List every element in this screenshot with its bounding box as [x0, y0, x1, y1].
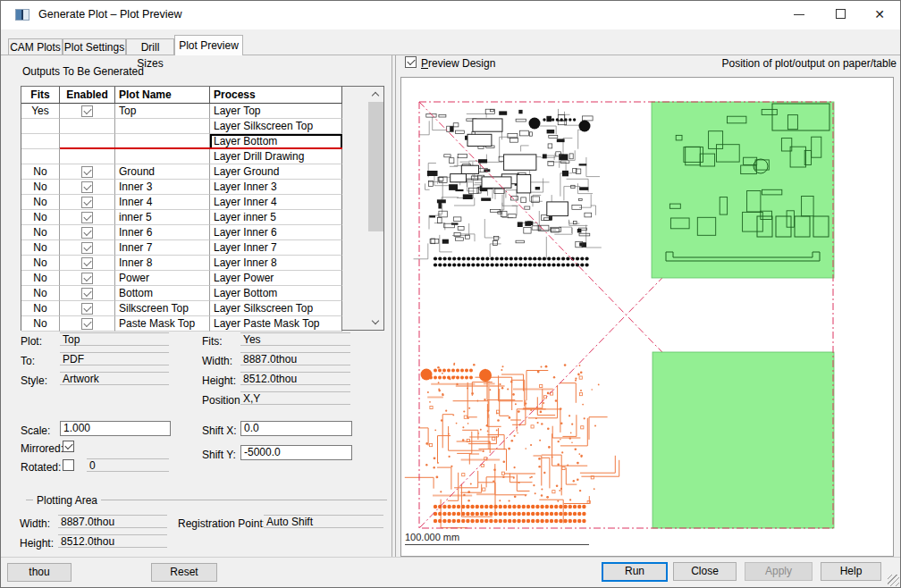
- height-field[interactable]: 8512.0thou: [240, 372, 350, 385]
- run-button[interactable]: Run: [602, 562, 668, 582]
- shift-x-field[interactable]: 0.0: [240, 421, 352, 436]
- tab-plot-settings[interactable]: Plot Settings: [63, 38, 126, 55]
- cell-fits: No: [21, 164, 60, 180]
- enabled-checkbox[interactable]: [81, 303, 93, 315]
- shift-x-label: Shift X:: [202, 424, 237, 437]
- rotation-field[interactable]: 0: [87, 458, 169, 472]
- tab-plot-preview[interactable]: Plot Preview: [174, 35, 243, 55]
- table-row[interactable]: NoInner 6Layer Inner 6: [21, 225, 342, 240]
- apply-button: Apply: [745, 562, 813, 581]
- cell-fits: No: [21, 210, 60, 225]
- enabled-checkbox[interactable]: [81, 227, 93, 239]
- cell-fits: No: [21, 256, 60, 271]
- enabled-checkbox[interactable]: [81, 166, 93, 178]
- shift-y-label: Shift Y:: [202, 449, 236, 461]
- cell-plot-name: Inner 7: [115, 240, 210, 256]
- app-icon: [15, 9, 29, 21]
- board-top-silkscreen: [414, 109, 602, 267]
- style-label: Style:: [21, 374, 47, 387]
- enabled-checkbox[interactable]: [81, 197, 93, 208]
- mirrored-checkbox[interactable]: [63, 441, 74, 452]
- plot-label: Plot:: [21, 335, 42, 348]
- pa-width-label: Width:: [20, 517, 50, 530]
- width-field[interactable]: 8887.0thou: [240, 352, 350, 365]
- resize-grip[interactable]: [888, 575, 899, 586]
- units-button[interactable]: thou: [7, 563, 72, 582]
- panel-splitter[interactable]: [395, 55, 396, 557]
- outputs-table[interactable]: FitsEnabledPlot NameProcessYesTopLayer T…: [21, 86, 384, 331]
- table-row[interactable]: NoInner 7Layer Inner 7: [21, 240, 342, 256]
- scrollbar-thumb[interactable]: [368, 102, 383, 231]
- plot-field[interactable]: Top: [60, 332, 169, 346]
- scale-label: Scale:: [21, 424, 50, 437]
- scroll-up-button[interactable]: [368, 87, 383, 102]
- column-header-plot-name[interactable]: Plot Name: [115, 87, 210, 104]
- pa-height-field[interactable]: 8512.0thou: [58, 534, 167, 548]
- column-header-enabled[interactable]: Enabled: [60, 87, 115, 104]
- help-button[interactable]: Help: [821, 562, 881, 581]
- enabled-checkbox[interactable]: [81, 242, 93, 254]
- table-row[interactable]: NoBottomLayer Bottom: [21, 286, 342, 301]
- cell-process: Layer Silkscreen Top: [210, 301, 342, 316]
- minimize-icon: [794, 14, 804, 15]
- enabled-checkbox[interactable]: [81, 288, 93, 299]
- registration-point-field[interactable]: Auto Shift: [264, 515, 383, 528]
- position-field[interactable]: X,Y: [240, 391, 350, 405]
- outputs-section-label: Outputs To Be Generated: [22, 65, 144, 78]
- minimize-button[interactable]: [784, 1, 814, 28]
- rotated-checkbox[interactable]: [63, 459, 74, 471]
- fits-field[interactable]: Yes: [240, 332, 350, 346]
- table-row[interactable]: NoSilkscreen TopLayer Silkscreen Top: [21, 301, 342, 316]
- enabled-checkbox[interactable]: [81, 318, 93, 330]
- maximize-button[interactable]: [825, 1, 855, 28]
- board-bottom-copper: [405, 363, 619, 528]
- style-field[interactable]: Artwork: [60, 372, 169, 385]
- table-row[interactable]: NoInner 8Layer Inner 8: [21, 256, 342, 271]
- column-header-fits[interactable]: Fits: [21, 87, 60, 104]
- cell-process: Layer Top: [210, 104, 342, 119]
- cell-plot-name: [115, 119, 210, 134]
- plot-preview-canvas[interactable]: 100.000 mm: [400, 77, 894, 557]
- cell-process: Layer Inner 6: [210, 225, 342, 240]
- table-scrollbar[interactable]: [368, 87, 383, 330]
- table-row[interactable]: Noinner 5Layer inner 5: [21, 210, 342, 225]
- enabled-checkbox[interactable]: [81, 181, 93, 193]
- cell-process: Layer inner 5: [210, 210, 342, 225]
- position-caption: Position of plot/output on paper/table: [722, 57, 897, 70]
- reset-button[interactable]: Reset: [151, 563, 217, 582]
- table-row[interactable]: NoInner 3Layer Inner 3: [21, 180, 342, 195]
- shift-y-field[interactable]: -5000.0: [240, 445, 352, 460]
- cell-enabled: [60, 195, 115, 210]
- cell-process: Layer Power: [210, 271, 342, 286]
- table-row[interactable]: Layer Drill Drawing: [21, 149, 342, 164]
- cell-fits: No: [21, 271, 60, 286]
- close-button[interactable]: ✕: [864, 1, 895, 28]
- table-row[interactable]: Layer Silkscreen Top: [21, 119, 342, 134]
- table-row[interactable]: YesTopLayer Top: [21, 104, 342, 119]
- close-dialog-button[interactable]: Close: [673, 562, 737, 581]
- enabled-checkbox[interactable]: [81, 257, 93, 269]
- width-label: Width:: [202, 355, 232, 367]
- cell-process: Layer Silkscreen Top: [210, 119, 342, 134]
- tab-cam-plots[interactable]: CAM Plots: [8, 38, 63, 55]
- to-field[interactable]: PDF: [60, 352, 169, 365]
- preview-design-checkbox[interactable]: [405, 56, 417, 68]
- title-bar[interactable]: Generate Plot – Plot Preview ✕: [1, 1, 900, 29]
- panel-splitter[interactable]: [392, 55, 392, 557]
- enabled-checkbox[interactable]: [81, 212, 93, 223]
- tab-pane-border: [1, 55, 901, 55]
- enabled-checkbox[interactable]: [81, 273, 93, 284]
- table-row[interactable]: NoInner 4Layer Inner 4: [21, 195, 342, 210]
- column-header-process[interactable]: Process: [210, 87, 342, 104]
- scale-field[interactable]: 1.000: [60, 421, 171, 436]
- table-row[interactable]: NoPowerLayer Power: [21, 271, 342, 286]
- enabled-checkbox[interactable]: [81, 105, 93, 117]
- cell-fits: [21, 119, 60, 134]
- pa-width-field[interactable]: 8887.0thou: [58, 515, 167, 528]
- tab-drill-sizes[interactable]: Drill Sizes: [126, 38, 174, 55]
- scroll-down-button[interactable]: [368, 315, 383, 330]
- cell-enabled: [60, 316, 115, 332]
- table-row[interactable]: NoPaste Mask TopLayer Paste Mask Top: [21, 316, 342, 332]
- cell-fits: [21, 149, 60, 164]
- table-row[interactable]: NoGroundLayer Ground: [21, 164, 342, 180]
